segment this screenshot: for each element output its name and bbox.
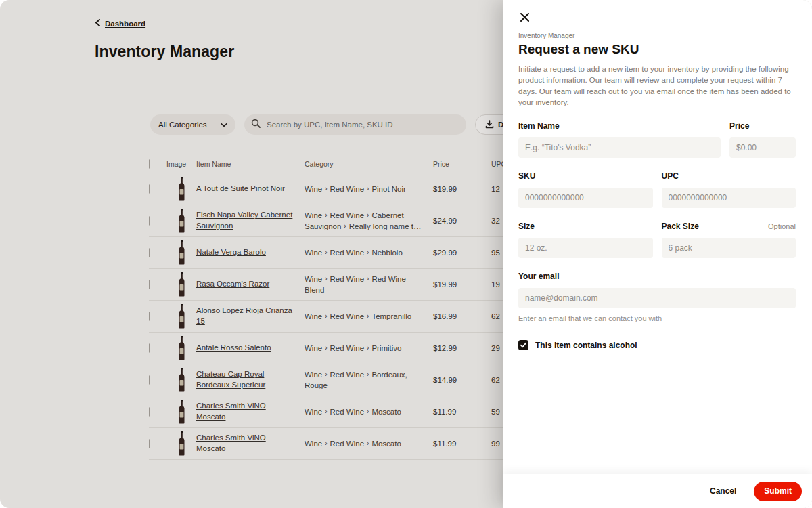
panel-title: Request a new SKU — [518, 42, 796, 57]
panel-description: Initiate a request to add a new item to … — [518, 64, 796, 108]
alcohol-checkbox[interactable] — [518, 340, 528, 350]
price-input[interactable] — [729, 137, 796, 158]
alcohol-checkbox-row[interactable]: This item contains alcohol — [518, 340, 796, 350]
price-label: Price — [729, 121, 749, 131]
alcohol-checkbox-label: This item contains alcohol — [535, 341, 637, 350]
item-name-label: Item Name — [518, 121, 560, 131]
pack-size-input[interactable] — [662, 238, 796, 258]
close-panel-button[interactable] — [518, 12, 531, 24]
size-label: Size — [518, 221, 535, 231]
sku-label: SKU — [518, 171, 535, 181]
check-icon — [520, 341, 527, 349]
email-input[interactable] — [518, 288, 796, 308]
request-sku-panel: Inventory Manager Request a new SKU Init… — [503, 0, 812, 508]
upc-label: UPC — [662, 171, 679, 181]
cancel-button[interactable]: Cancel — [706, 486, 740, 496]
sku-input[interactable] — [518, 188, 653, 208]
submit-button[interactable]: Submit — [754, 482, 802, 501]
panel-breadcrumb: Inventory Manager — [518, 32, 796, 39]
email-label: Your email — [518, 272, 559, 281]
pack-size-label: Pack Size — [662, 221, 699, 231]
app-window: Dashboard Inventory Manager All Categori… — [0, 0, 812, 508]
pack-size-optional-tag: Optional — [768, 222, 796, 230]
panel-footer: Cancel Submit — [503, 474, 812, 508]
close-icon — [520, 12, 530, 24]
email-help-text: Enter an email that we can contact you w… — [518, 314, 796, 322]
item-name-input[interactable] — [518, 137, 721, 158]
size-input[interactable] — [518, 238, 653, 258]
upc-input[interactable] — [662, 188, 796, 208]
